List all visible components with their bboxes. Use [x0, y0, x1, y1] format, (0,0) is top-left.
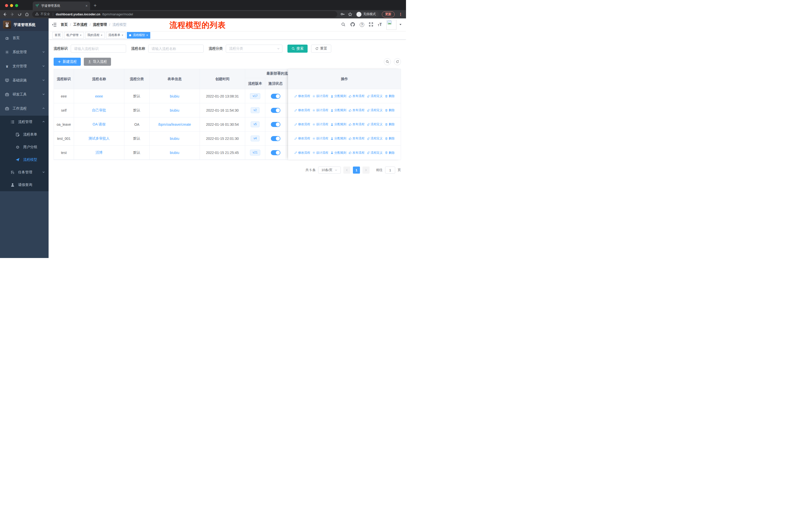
close-icon[interactable]: ×: [122, 33, 123, 37]
sidebar-item-process-management[interactable]: 流程管理: [0, 116, 49, 128]
form-info-link[interactable]: biubiu: [170, 151, 179, 155]
modify-process-link[interactable]: 修改流程: [294, 151, 310, 155]
sidebar-item-user-group[interactable]: 用户分组: [0, 141, 49, 154]
process-name-link[interactable]: 测试多审批人: [89, 136, 110, 141]
assign-rule-link[interactable]: 分配规则: [330, 122, 346, 127]
goto-page-input[interactable]: [385, 166, 395, 173]
form-info-link[interactable]: biubiu: [170, 108, 179, 112]
active-toggle[interactable]: [271, 94, 281, 99]
search-icon[interactable]: [341, 22, 346, 27]
address-bar[interactable]: 不安全 dashboard.yudao.iocoder.cn/bpm/manag…: [32, 11, 337, 18]
modify-process-link[interactable]: 修改流程: [294, 108, 310, 112]
show-search-button[interactable]: [384, 58, 391, 65]
process-definition-link[interactable]: 流程定义: [367, 151, 383, 155]
sidebar-item-home[interactable]: 首页: [0, 31, 49, 45]
back-icon[interactable]: [2, 12, 7, 17]
publish-process-link[interactable]: 发布流程: [349, 122, 365, 127]
reset-button[interactable]: 重置: [311, 45, 331, 53]
publish-process-link[interactable]: 发布流程: [349, 108, 365, 112]
sidebar-item-devtools[interactable]: 研发工具: [0, 87, 49, 102]
process-id-input[interactable]: [71, 45, 126, 53]
refresh-table-button[interactable]: [394, 58, 401, 65]
assign-rule-link[interactable]: 分配规则: [330, 136, 346, 141]
close-icon[interactable]: ×: [80, 33, 82, 37]
sidebar-item-task-management[interactable]: 任务管理: [0, 166, 49, 179]
delete-link[interactable]: 删除: [385, 151, 395, 155]
create-process-button[interactable]: 新建流程: [54, 58, 81, 66]
bookmark-star-icon[interactable]: [348, 12, 352, 17]
sidebar-item-workflow[interactable]: 工作流程: [0, 102, 49, 116]
fullscreen-icon[interactable]: [369, 22, 373, 27]
sidebar-item-system[interactable]: 系统管理: [0, 45, 49, 59]
form-info-link[interactable]: /bpm/oa/leave/create: [158, 123, 191, 127]
breadcrumb-process-management[interactable]: 流程管理: [93, 22, 107, 27]
active-toggle[interactable]: [271, 122, 281, 127]
tag-tenant[interactable]: 租户管理×: [64, 32, 84, 38]
search-button[interactable]: 搜索: [287, 45, 308, 53]
close-window-button[interactable]: [5, 4, 8, 7]
process-definition-link[interactable]: 流程定义: [367, 136, 383, 141]
modify-process-link[interactable]: 修改流程: [294, 136, 310, 141]
sidebar-fold-icon[interactable]: [52, 22, 57, 27]
sidebar-item-infra[interactable]: 基础设施: [0, 73, 49, 87]
avatar[interactable]: [386, 20, 397, 30]
minimize-window-button[interactable]: [10, 4, 13, 7]
sidebar-logo[interactable]: 🐰 芋道管理系统: [0, 19, 49, 31]
forward-icon[interactable]: [10, 12, 14, 17]
form-info-link[interactable]: biubiu: [170, 94, 179, 98]
active-toggle[interactable]: [271, 150, 281, 155]
assign-rule-link[interactable]: 分配规则: [330, 108, 346, 112]
github-icon[interactable]: [350, 22, 355, 28]
delete-link[interactable]: 删除: [385, 108, 395, 112]
window-controls[interactable]: [0, 4, 23, 10]
help-icon[interactable]: ?: [360, 22, 364, 27]
process-definition-link[interactable]: 流程定义: [367, 108, 383, 112]
browser-tab[interactable]: 芋道管理系统 ×: [33, 1, 90, 10]
delete-link[interactable]: 删除: [385, 94, 395, 98]
design-process-link[interactable]: 设计流程: [312, 122, 328, 127]
new-tab-button[interactable]: +: [90, 3, 100, 10]
close-icon[interactable]: ×: [101, 33, 103, 37]
browser-menu-icon[interactable]: ⋮: [398, 12, 404, 17]
process-name-input[interactable]: [148, 45, 204, 53]
process-name-link[interactable]: 滔博: [96, 151, 103, 155]
prev-page-button[interactable]: [343, 166, 350, 173]
sidebar-item-leave-query[interactable]: 请假查询: [0, 179, 49, 191]
delete-link[interactable]: 删除: [385, 136, 395, 141]
modify-process-link[interactable]: 修改流程: [294, 94, 310, 98]
page-size-select[interactable]: 10条/页: [318, 166, 341, 173]
home-icon[interactable]: [25, 12, 29, 17]
process-definition-link[interactable]: 流程定义: [367, 122, 383, 127]
assign-rule-link[interactable]: 分配规则: [330, 94, 346, 98]
process-name-link[interactable]: OA 请假: [93, 122, 106, 127]
delete-link[interactable]: 删除: [385, 122, 395, 127]
active-toggle[interactable]: [271, 136, 281, 141]
process-name-link[interactable]: 自己审批: [92, 108, 106, 113]
form-info-link[interactable]: biubiu: [170, 137, 179, 141]
publish-process-link[interactable]: 发布流程: [349, 94, 365, 98]
sidebar-item-process-model[interactable]: 流程模型: [0, 154, 49, 166]
design-process-link[interactable]: 设计流程: [312, 151, 328, 155]
active-toggle[interactable]: [271, 108, 281, 113]
password-key-icon[interactable]: [340, 12, 345, 17]
publish-process-link[interactable]: 发布流程: [349, 136, 365, 141]
zoom-window-button[interactable]: [15, 4, 18, 7]
not-secure-label[interactable]: 不安全: [40, 12, 50, 17]
tag-process-form[interactable]: 流程表单×: [106, 32, 125, 38]
avatar-caret-icon[interactable]: [399, 23, 402, 27]
chrome-update-button[interactable]: 更新: [382, 11, 395, 18]
design-process-link[interactable]: 设计流程: [312, 108, 328, 112]
sidebar-item-process-form[interactable]: 流程表单: [0, 128, 49, 141]
process-name-link[interactable]: eeee: [95, 94, 103, 98]
reload-icon[interactable]: [18, 12, 22, 17]
font-size-icon[interactable]: TT: [378, 23, 382, 27]
breadcrumb-workflow[interactable]: 工作流程: [73, 22, 87, 27]
tag-process-model[interactable]: 流程模型×: [127, 32, 150, 38]
close-icon[interactable]: ×: [146, 33, 148, 37]
design-process-link[interactable]: 设计流程: [312, 94, 328, 98]
design-process-link[interactable]: 设计流程: [312, 136, 328, 141]
tab-close-icon[interactable]: ×: [86, 4, 88, 8]
import-process-button[interactable]: 导入流程: [84, 58, 111, 66]
publish-process-link[interactable]: 发布流程: [349, 151, 365, 155]
page-number-1[interactable]: 1: [353, 166, 360, 173]
